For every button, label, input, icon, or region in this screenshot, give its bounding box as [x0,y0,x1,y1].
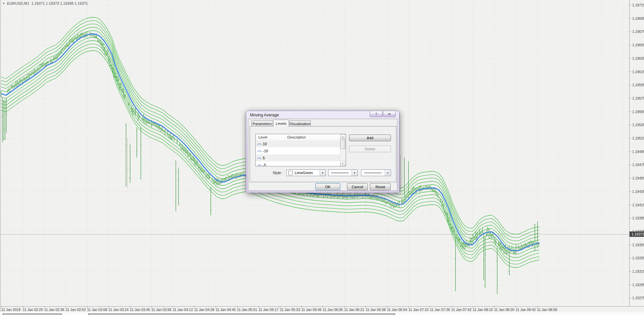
svg-text:1.19615: 1.19615 [632,70,644,74]
level-value: -5 [263,163,266,167]
line-style-preview [331,173,349,173]
symbol-header: ▼ EURUSD,M1 1.19371 1.19373 1.19368 1.19… [2,1,88,5]
svg-text:1.19555: 1.19555 [632,110,644,114]
svg-text:11 Jan 04:45: 11 Jan 04:45 [216,308,236,312]
svg-text:11 Jan 05:01: 11 Jan 05:01 [237,308,257,312]
ohlc-values: 1.19371 1.19373 1.19368 1.19371 [32,1,88,5]
svg-text:1.19575: 1.19575 [632,96,644,100]
scrollbar-thumb[interactable] [340,140,345,149]
tab-visualization-label: Visualization [290,122,310,126]
dropdown-arrow-icon[interactable]: ▼ [319,170,326,176]
level-wave-icon [257,142,262,146]
column-level: Level [258,135,267,139]
column-description: Description [287,135,306,139]
svg-text:11 Jan 03:24: 11 Jan 03:24 [108,308,129,312]
scroll-down-icon: ▼ [342,163,344,165]
table-header: Level Description [256,134,340,141]
svg-text:11 Jan 03:08: 11 Jan 03:08 [87,308,107,312]
svg-text:1.19455: 1.19455 [632,176,644,180]
svg-text:11 Jan 05:33: 11 Jan 05:33 [280,308,300,312]
svg-text:1.19495: 1.19495 [632,150,644,154]
line-width-preview [364,173,382,173]
svg-text:1.19655: 1.19655 [632,43,644,47]
svg-text:1.19275: 1.19275 [632,296,644,300]
reset-button-label: Reset [376,185,385,189]
dropdown-arrow-icon[interactable]: ▼ [385,170,391,176]
svg-text:11 Jan 04:12: 11 Jan 04:12 [173,308,193,312]
close-button[interactable]: ✕ [383,111,396,117]
level-wave-icon [257,163,262,167]
svg-text:11 Jan 08:10: 11 Jan 08:10 [473,308,493,312]
close-icon: ✕ [388,112,391,116]
reset-button[interactable]: Reset [370,183,391,190]
svg-text:11 Jan 07:26: 11 Jan 07:26 [430,308,450,312]
svg-text:11 Jan 02:52: 11 Jan 02:52 [66,308,86,312]
tab-parameters[interactable]: Parameters [251,120,273,126]
svg-text:1.19355: 1.19355 [632,243,644,247]
svg-text:1.19295: 1.19295 [632,283,644,287]
svg-text:1.19675: 1.19675 [632,30,644,34]
help-icon: ? [375,112,377,116]
level-row[interactable]: 5 [256,154,340,161]
svg-text:11 Jan 03:40: 11 Jan 03:40 [130,308,150,312]
tab-levels-label: Levels [276,121,287,125]
tab-levels[interactable]: Levels [273,120,289,126]
table-scrollbar[interactable]: ▲ ▼ [340,134,346,166]
price-current-badge: 1.19371 [630,231,644,237]
svg-text:11 Jan 07:42: 11 Jan 07:42 [451,308,472,312]
tab-visualization[interactable]: Visualization [289,120,311,126]
level-row[interactable]: -5 [256,161,340,166]
delete-button-label: Delete [365,147,376,151]
svg-text:1.19315: 1.19315 [632,269,644,273]
dialog-client-area: Parameters Levels Visualization Level De… [248,119,397,191]
svg-text:1.19335: 1.19335 [632,256,644,260]
help-button[interactable]: ? [370,111,383,117]
color-swatch [288,171,293,175]
svg-text:1.19635: 1.19635 [632,56,644,60]
symbol-label: EURUSD,M1 [7,1,30,5]
svg-text:11 Jan 05:17: 11 Jan 05:17 [258,308,279,312]
svg-text:1.19395: 1.19395 [632,216,644,220]
level-row[interactable]: -10 [256,147,340,154]
svg-text:1.19515: 1.19515 [632,136,644,140]
scroll-down-button[interactable]: ▼ [340,161,345,166]
svg-text:11 Jan 06:54: 11 Jan 06:54 [387,308,407,312]
tab-parameters-label: Parameters [253,122,272,126]
svg-text:1.19695: 1.19695 [632,16,644,20]
line-width-select[interactable]: ▼ [361,169,391,176]
levels-table[interactable]: Level Description 10 -10 5 -5 [255,134,346,166]
svg-text:11 Jan 06:38: 11 Jan 06:38 [365,308,386,312]
moving-average-dialog: Moving Average ? ✕ Parameters Levels Vis… [246,111,399,193]
dialog-title: Moving Average [250,113,279,117]
add-button[interactable]: Add [349,135,391,141]
svg-text:11 Jan 2018: 11 Jan 2018 [1,308,20,312]
triangle-down-icon[interactable]: ▼ [2,2,5,5]
svg-text:11 Jan 04:28: 11 Jan 04:28 [194,308,214,312]
cancel-button[interactable]: Cancel [347,183,368,190]
svg-text:11 Jan 03:56: 11 Jan 03:56 [151,308,171,312]
svg-text:1.19595: 1.19595 [632,83,644,87]
svg-text:11 Jan 06:05: 11 Jan 06:05 [323,308,343,312]
level-color-select[interactable]: LimeGreen ▼ [286,169,326,176]
level-wave-icon [257,156,262,160]
svg-text:1.19415: 1.19415 [632,203,644,207]
ok-button-label: OK [325,185,331,189]
line-style-select[interactable]: ▼ [328,169,358,176]
svg-text:11 Jan 07:10: 11 Jan 07:10 [408,308,429,312]
bottom-box-left [3,314,62,315]
scroll-up-button[interactable]: ▲ [340,134,345,139]
svg-text:1.19535: 1.19535 [632,123,644,127]
style-label: Style: [260,171,282,175]
bottom-strip [0,312,644,315]
delete-button[interactable]: Delete [349,146,391,152]
svg-text:1.19371: 1.19371 [632,232,644,236]
add-button-label: Add [367,136,374,140]
level-value: 5 [263,156,265,160]
ok-button[interactable]: OK [315,183,340,190]
svg-text:11 Jan 08:42: 11 Jan 08:42 [515,308,536,312]
svg-text:11 Jan 08:58: 11 Jan 08:58 [537,308,557,312]
window-left-edge [0,0,1,315]
dropdown-arrow-icon[interactable]: ▼ [351,170,357,176]
svg-text:11 Jan 05:49: 11 Jan 05:49 [301,308,321,312]
level-row[interactable]: 10 [256,140,340,147]
